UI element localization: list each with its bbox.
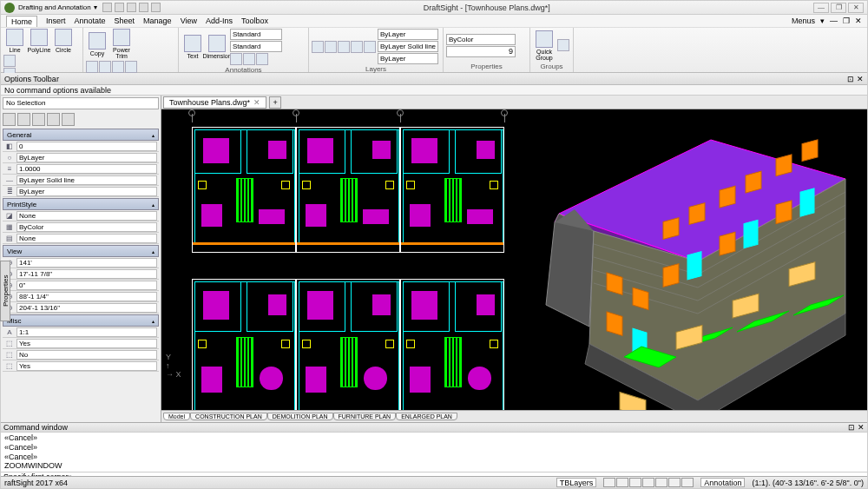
- properties-side-tab[interactable]: Properties: [1, 261, 10, 321]
- options-pin-icon[interactable]: ⊡ ✕: [847, 75, 864, 83]
- status-annotation[interactable]: Annotation: [700, 478, 745, 487]
- prop-value[interactable]: ByColor: [16, 222, 157, 232]
- qat-new-icon[interactable]: [102, 3, 112, 12]
- menu-annotate[interactable]: Annotate: [75, 17, 106, 25]
- prop-value[interactable]: 1:1: [16, 327, 157, 337]
- props-color-select[interactable]: ByColor: [446, 34, 516, 45]
- anno-std2-select[interactable]: Standard: [230, 41, 282, 52]
- draw-small-1-icon[interactable]: [3, 55, 16, 67]
- prop-value[interactable]: ByLayer: [16, 187, 157, 196]
- status-t1-icon[interactable]: [603, 478, 615, 487]
- prop-value[interactable]: 0": [16, 281, 157, 290]
- layers-bylayer-select[interactable]: ByLayer: [378, 29, 438, 40]
- modify-s4-icon[interactable]: [125, 61, 137, 73]
- menu-manage[interactable]: Manage: [143, 17, 172, 25]
- layer-s3-icon[interactable]: [338, 41, 350, 53]
- prop-value[interactable]: Yes: [16, 361, 157, 371]
- menus-dropdown[interactable]: Menus: [792, 17, 815, 25]
- tool-polyline[interactable]: PolyLine: [28, 29, 50, 53]
- prop-value[interactable]: 141': [16, 258, 157, 268]
- close-tab-icon[interactable]: ✕: [253, 98, 260, 107]
- anno-s3-icon[interactable]: [256, 53, 268, 65]
- layers-linestyle-select[interactable]: ByLayer Solid line: [378, 41, 438, 52]
- panel-btn3-icon[interactable]: [32, 113, 45, 126]
- doc-minimize-icon[interactable]: —: [830, 17, 838, 25]
- menu-insert[interactable]: Insert: [46, 17, 66, 25]
- menu-toolbox[interactable]: Toolbox: [241, 17, 268, 25]
- prop-value[interactable]: 17'-11 7/8": [16, 269, 157, 279]
- layer-s5-icon[interactable]: [364, 41, 376, 53]
- prop-value[interactable]: None: [16, 234, 157, 243]
- qat-undo-icon[interactable]: [151, 3, 161, 12]
- qat-print-icon[interactable]: [139, 3, 148, 12]
- prop-value[interactable]: 88'-1 1/4": [16, 292, 157, 301]
- section-header[interactable]: Misc▴: [3, 314, 159, 327]
- sheet-tab-demolition[interactable]: DEMOLITION PLAN: [267, 413, 333, 420]
- prop-value[interactable]: None: [16, 211, 157, 221]
- layers-lineweight-select[interactable]: ByLayer: [378, 53, 438, 64]
- menubar: Home Insert Annotate Sheet Manage View A…: [1, 15, 867, 28]
- status-t3-icon[interactable]: [629, 478, 641, 487]
- panel-btn1-icon[interactable]: [3, 113, 16, 126]
- tool-text[interactable]: Text: [181, 35, 204, 59]
- floorplan-unit: [296, 127, 400, 253]
- section-header[interactable]: View▴: [3, 245, 159, 257]
- qat-open-icon[interactable]: [115, 3, 124, 12]
- layer-s4-icon[interactable]: [351, 41, 363, 53]
- tool-circle[interactable]: Circle: [52, 29, 75, 53]
- prop-value[interactable]: ByLayer Solid line: [16, 175, 157, 185]
- status-t7-icon[interactable]: [681, 478, 694, 487]
- status-layer[interactable]: TBLayers: [556, 478, 597, 487]
- minimize-button[interactable]: —: [813, 3, 829, 13]
- prop-value[interactable]: Yes: [16, 339, 157, 348]
- menu-sheet[interactable]: Sheet: [115, 17, 135, 25]
- tool-dimension[interactable]: Dimension: [206, 35, 228, 59]
- layer-s1-icon[interactable]: [312, 41, 324, 53]
- sheet-tab-model[interactable]: Model: [163, 413, 190, 420]
- doc-close-icon[interactable]: ✕: [855, 17, 862, 25]
- panel-btn2-icon[interactable]: [17, 113, 30, 126]
- status-t4-icon[interactable]: [642, 478, 654, 487]
- modify-s1-icon[interactable]: [86, 61, 98, 73]
- groups-s1-icon[interactable]: [557, 39, 569, 51]
- section-header[interactable]: General▴: [3, 129, 159, 141]
- prop-value[interactable]: 1.0000: [16, 164, 157, 174]
- prop-value[interactable]: No: [16, 350, 157, 360]
- modify-s3-icon[interactable]: [112, 61, 124, 73]
- sheet-tab-construction[interactable]: CONSTRUCTION PLAN: [190, 413, 267, 420]
- panel-btn4-icon[interactable]: [47, 113, 60, 126]
- prop-value[interactable]: 204'-1 13/16": [16, 303, 157, 313]
- section-header[interactable]: PrintStyle▴: [3, 198, 159, 210]
- modify-s2-icon[interactable]: [99, 61, 111, 73]
- status-t5-icon[interactable]: [655, 478, 667, 487]
- tool-line[interactable]: Line: [3, 29, 26, 53]
- doc-restore-icon[interactable]: ❐: [843, 17, 850, 25]
- tool-copy[interactable]: Copy: [86, 32, 108, 56]
- add-tab-button[interactable]: +: [269, 96, 281, 109]
- status-t2-icon[interactable]: [616, 478, 628, 487]
- panel-btn5-icon[interactable]: [62, 113, 75, 126]
- maximize-button[interactable]: ❐: [831, 3, 846, 13]
- drawing-canvas[interactable]: Y↑→ X: [161, 109, 867, 410]
- selection-dropdown[interactable]: No Selection: [3, 97, 159, 109]
- sheet-tab-furniture[interactable]: FURNITURE PLAN: [333, 413, 397, 420]
- props-slider[interactable]: 9: [446, 46, 516, 57]
- tool-powertrim[interactable]: Power Trim: [110, 29, 133, 59]
- prop-value[interactable]: 0: [16, 142, 157, 151]
- sheet-tab-enlarged[interactable]: ENLARGED PLAN: [396, 413, 457, 420]
- workspace-selector[interactable]: Drafting and Annotation ▾: [18, 3, 97, 11]
- close-button[interactable]: ✕: [848, 3, 864, 13]
- anno-s1-icon[interactable]: [230, 53, 242, 65]
- prop-value[interactable]: ByLayer: [16, 153, 157, 162]
- status-t6-icon[interactable]: [668, 478, 681, 487]
- layer-s2-icon[interactable]: [325, 41, 337, 53]
- menu-addins[interactable]: Add-Ins: [206, 17, 233, 25]
- menu-view[interactable]: View: [181, 17, 197, 25]
- command-close-icon[interactable]: ⊡ ✕: [848, 423, 865, 432]
- anno-std1-select[interactable]: Standard: [230, 29, 282, 40]
- anno-s2-icon[interactable]: [243, 53, 255, 65]
- tool-quickgroup[interactable]: Quick Group: [533, 30, 556, 61]
- menu-home[interactable]: Home: [6, 16, 37, 27]
- qat-save-icon[interactable]: [127, 3, 136, 12]
- document-tab[interactable]: Townhouse Plans.dwg*✕: [163, 96, 266, 109]
